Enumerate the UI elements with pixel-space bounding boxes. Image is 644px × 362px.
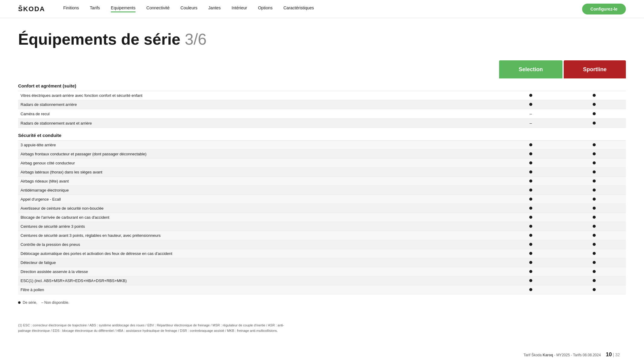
footer-page-current: 10 [606, 351, 612, 357]
selection-cell [499, 168, 562, 177]
selection-cell [499, 213, 562, 222]
nav-options[interactable]: Options [258, 5, 272, 12]
dot-icon [529, 252, 532, 255]
feature-cell: Caméra de recul [18, 109, 499, 119]
dot-icon [529, 270, 532, 273]
page-title: Équipements de série 3/6 [18, 30, 626, 48]
table-row: Déblocage automatique des portes et acti… [18, 249, 626, 258]
nav-tarifs[interactable]: Tarifs [90, 5, 100, 12]
dot-icon [593, 252, 596, 255]
main-content: Équipements de série 3/6 Selection Sport… [0, 18, 644, 362]
column-header-selection: Selection [499, 60, 562, 78]
selection-cell [499, 204, 562, 213]
table-row: Blocage de l'arrivée de carburant en cas… [18, 213, 626, 222]
dot-icon [593, 225, 596, 228]
dot-icon [529, 170, 532, 173]
selection-cell [499, 231, 562, 240]
selection-cell [499, 177, 562, 186]
footnote-text: (1) ESC : correcteur électronique de tra… [18, 323, 284, 332]
nav-couleurs[interactable]: Couleurs [181, 5, 197, 12]
feature-cell: Ceintures de sécurité avant 3 points, ré… [18, 231, 499, 240]
sportline-cell [562, 186, 626, 195]
sportline-cell [562, 213, 626, 222]
selection-cell [499, 222, 562, 231]
dot-icon [593, 261, 596, 264]
selection-cell [499, 276, 562, 285]
dot-icon [593, 207, 596, 210]
nav-jantes[interactable]: Jantes [208, 5, 221, 12]
feature-cell: Airbags rideaux (tête) avant [18, 177, 499, 186]
table-row: Contrôle de la pression des pneus [18, 240, 626, 249]
nav-links: Finitions Tarifs Equipements Connectivit… [63, 5, 582, 12]
sportline-cell [562, 249, 626, 258]
sportline-cell [562, 285, 626, 294]
sportline-cell [562, 222, 626, 231]
sportline-cell [562, 119, 626, 128]
dot-icon [529, 261, 532, 264]
nav-caracteristiques[interactable]: Caractéristiques [284, 5, 314, 12]
section-header-1: Sécurité et conduite [18, 128, 626, 141]
table-row: Radars de stationnement avant et arrière… [18, 119, 626, 128]
legend: De série, – Non disponible. [18, 300, 626, 305]
nav-interieur[interactable]: Intérieur [232, 5, 247, 12]
dash-icon: – [530, 121, 532, 125]
column-header-sportline: Sportline [564, 60, 626, 78]
sportline-cell [562, 159, 626, 168]
dot-icon [529, 189, 532, 192]
nav-connectivite[interactable]: Connectivité [146, 5, 170, 12]
configurez-le-button[interactable]: Configurez-le [582, 4, 626, 14]
dot-icon [529, 94, 532, 97]
sportline-cell [562, 276, 626, 285]
nav-equipements[interactable]: Equipements [111, 5, 136, 12]
footer-prefix: Tarif Škoda [524, 353, 542, 357]
feature-cell: Détecteur de fatigue [18, 258, 499, 267]
selection-cell: – [499, 109, 562, 119]
dot-icon [593, 161, 596, 164]
legend-dash-label: – Non disponible. [41, 300, 69, 305]
sportline-cell [562, 258, 626, 267]
selection-cell [499, 150, 562, 159]
selection-cell [499, 285, 562, 294]
table-row: Caméra de recul– [18, 109, 626, 119]
sportline-cell [562, 267, 626, 276]
feature-cell: Contrôle de la pression des pneus [18, 240, 499, 249]
table-row: Avertisseur de ceinture de sécurité non-… [18, 204, 626, 213]
dot-icon [529, 103, 532, 106]
footer-page-total: 32 [615, 352, 620, 357]
table-row: Ceintures de sécurité arrière 3 points [18, 222, 626, 231]
sportline-cell [562, 231, 626, 240]
sportline-cell [562, 195, 626, 204]
dot-icon [529, 288, 532, 291]
table-row: Ceintures de sécurité avant 3 points, ré… [18, 231, 626, 240]
feature-cell: Airbag genoux côté conducteur [18, 159, 499, 168]
selection-cell [499, 91, 562, 100]
dot-icon [593, 189, 596, 192]
dot-icon [529, 207, 532, 210]
dot-icon [529, 198, 532, 201]
table-row: Vitres électriques avant-arrière avec fo… [18, 91, 626, 100]
feature-cell: Déblocage automatique des portes et acti… [18, 249, 499, 258]
table-row: Antidémarrage électronique [18, 186, 626, 195]
dot-icon [593, 270, 596, 273]
sportline-cell [562, 100, 626, 109]
selection-cell [499, 186, 562, 195]
dot-icon [529, 243, 532, 246]
footer-suffix: - MY2025 - Tarifs 08.08.2024 [554, 353, 601, 357]
table-row: Appel d'urgence - Ecall [18, 195, 626, 204]
dash-icon: – [530, 111, 532, 116]
feature-cell: Filtre à pollen [18, 285, 499, 294]
dot-icon [593, 122, 596, 125]
nav-finitions[interactable]: Finitions [63, 5, 79, 12]
dot-icon [529, 225, 532, 228]
selection-cell [499, 267, 562, 276]
dot-icon [529, 216, 532, 219]
table-row: Airbags latéraux (thorax) dans les siège… [18, 168, 626, 177]
dot-icon [593, 103, 596, 106]
dot-icon [593, 234, 596, 237]
table-row: Radars de stationnement arrière [18, 100, 626, 109]
dot-icon [593, 112, 596, 115]
table-row: Airbags rideaux (tête) avant [18, 177, 626, 186]
table-row: Airbags frontaux conducteur et passager … [18, 150, 626, 159]
dot-icon [593, 279, 596, 282]
dot-icon [593, 288, 596, 291]
